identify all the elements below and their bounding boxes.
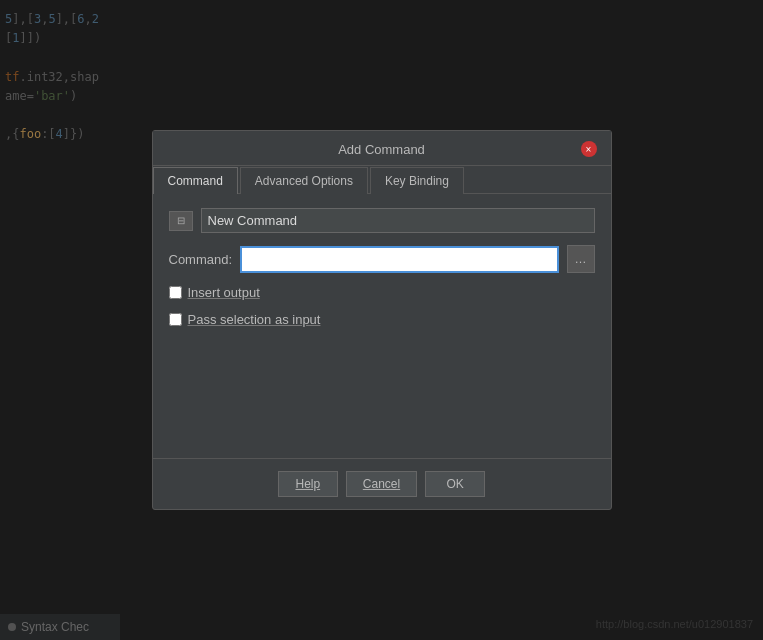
cancel-button[interactable]: Cancel — [346, 471, 417, 497]
tab-command[interactable]: Command — [153, 167, 238, 194]
command-row: Command: … — [169, 245, 595, 273]
close-button[interactable]: × — [581, 141, 597, 157]
name-row: ⊟ — [169, 208, 595, 233]
insert-output-checkbox[interactable] — [169, 286, 182, 299]
add-command-dialog: Add Command × Command Advanced Options K… — [152, 130, 612, 510]
command-label: Command: — [169, 252, 233, 267]
dialog-footer: Help Cancel OK — [153, 458, 611, 509]
tab-key-binding[interactable]: Key Binding — [370, 167, 464, 194]
ok-button[interactable]: OK — [425, 471, 485, 497]
pass-selection-label: Pass selection as input — [188, 312, 321, 327]
name-icon: ⊟ — [169, 211, 193, 231]
body-spacer — [169, 339, 595, 444]
dialog-overlay: Add Command × Command Advanced Options K… — [0, 0, 763, 640]
insert-output-checkbox-row[interactable]: Insert output — [169, 285, 595, 300]
browse-icon: … — [575, 252, 587, 266]
command-name-input[interactable] — [201, 208, 595, 233]
pass-selection-checkbox-row[interactable]: Pass selection as input — [169, 312, 595, 327]
pass-selection-checkbox[interactable] — [169, 313, 182, 326]
tab-advanced-options[interactable]: Advanced Options — [240, 167, 368, 194]
tab-bar: Command Advanced Options Key Binding — [153, 166, 611, 194]
dialog-titlebar: Add Command × — [153, 131, 611, 166]
dialog-body: ⊟ Command: … Insert output — [153, 194, 611, 458]
command-input[interactable] — [240, 246, 558, 273]
dialog-title: Add Command — [183, 142, 581, 165]
insert-output-label: Insert output — [188, 285, 260, 300]
name-icon-symbol: ⊟ — [177, 215, 185, 226]
help-button[interactable]: Help — [278, 471, 338, 497]
browse-button[interactable]: … — [567, 245, 595, 273]
